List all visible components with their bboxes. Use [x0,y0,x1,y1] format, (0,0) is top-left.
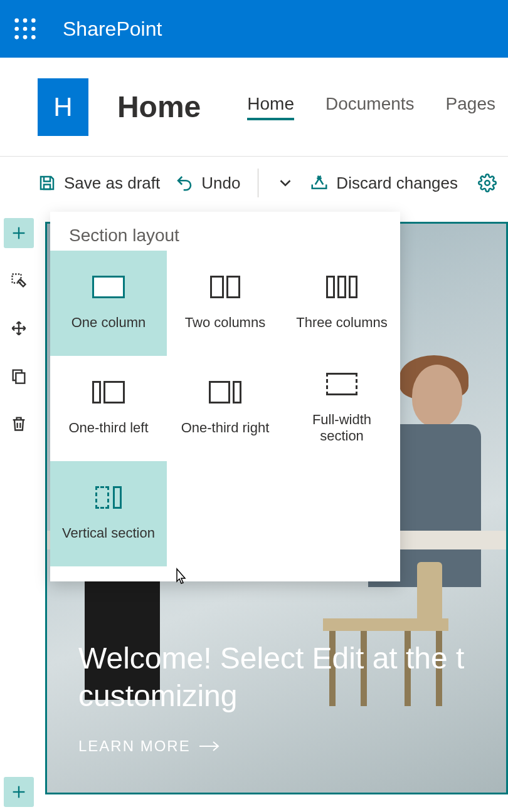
move-section-button[interactable] [4,313,34,343]
side-rail [0,209,38,812]
learn-more-label: LEARN MORE [78,737,191,755]
layout-vertical-section[interactable]: Vertical section [50,461,167,566]
hero-headline: Welcome! Select Edit at the t customizin… [78,640,506,715]
nav-tabs: Home Documents Pages [247,94,495,120]
svg-point-2 [31,18,36,23]
add-section-bottom-button[interactable] [4,777,34,807]
svg-rect-15 [13,274,21,283]
layout-one-column[interactable]: One column [50,251,167,356]
undo-icon [175,174,194,192]
add-section-button[interactable] [4,218,34,248]
two-columns-icon [207,276,243,301]
svg-point-6 [14,35,19,39]
site-header: H Home Home Documents Pages [0,58,508,157]
suite-bar: SharePoint [0,0,508,58]
layout-label: Vertical section [62,525,155,541]
section-layout-flyout: Section layout One column Two columns Th… [50,212,400,581]
learn-more-button[interactable]: LEARN MORE [78,737,506,755]
hero-text: Welcome! Select Edit at the t customizin… [78,640,506,755]
svg-point-5 [31,27,36,31]
svg-rect-9 [44,185,50,190]
gear-icon [478,174,497,192]
three-columns-icon [324,276,360,301]
one-third-left-icon [90,381,127,406]
undo-label: Undo [201,174,240,193]
layout-three-columns[interactable]: Three columns [283,251,400,356]
settings-button[interactable] [478,174,497,192]
app-name[interactable]: SharePoint [63,18,162,41]
svg-point-7 [23,35,28,39]
undo-dropdown[interactable] [276,174,295,192]
layout-label: One-third right [181,420,270,436]
duplicate-section-button[interactable] [4,361,34,391]
vertical-section-icon [90,486,127,511]
separator [258,169,258,197]
site-title: Home [117,90,201,124]
command-bar: Save as draft Undo Discard changes [0,157,508,209]
layout-grid: One column Two columns Three columns One… [50,251,400,566]
layout-one-third-right[interactable]: One-third right [167,356,283,461]
svg-point-0 [14,18,19,23]
svg-point-8 [31,35,36,39]
svg-point-12 [485,180,490,185]
save-draft-label: Save as draft [64,174,160,193]
flyout-title: Section layout [50,223,400,251]
layout-one-third-left[interactable]: One-third left [50,356,167,461]
save-draft-button[interactable]: Save as draft [38,174,160,193]
layout-label: One column [71,315,146,331]
arrow-right-icon [199,740,221,752]
layout-label: One-third left [68,420,148,436]
chevron-down-icon [276,174,295,192]
svg-point-1 [23,18,28,23]
discard-icon [310,174,329,192]
one-column-icon [90,276,127,301]
layout-label: Two columns [185,315,265,331]
discard-button[interactable]: Discard changes [310,174,458,193]
layout-full-width[interactable]: Full-width section [283,356,400,461]
discard-label: Discard changes [336,174,458,193]
edit-section-button[interactable] [4,266,34,296]
layout-label: Full-width section [291,412,393,444]
svg-point-3 [14,27,19,31]
delete-section-button[interactable] [4,409,34,439]
site-logo[interactable]: H [38,78,88,136]
tab-pages[interactable]: Pages [446,94,495,120]
layout-two-columns[interactable]: Two columns [167,251,283,356]
tab-home[interactable]: Home [247,94,294,120]
save-icon [38,174,56,192]
app-launcher-icon[interactable] [13,16,38,41]
one-third-right-icon [207,381,243,406]
svg-rect-18 [16,373,24,383]
full-width-icon [324,373,360,398]
tab-documents[interactable]: Documents [325,94,415,120]
svg-point-4 [23,27,28,31]
undo-button[interactable]: Undo [175,174,240,193]
layout-label: Three columns [296,315,388,331]
